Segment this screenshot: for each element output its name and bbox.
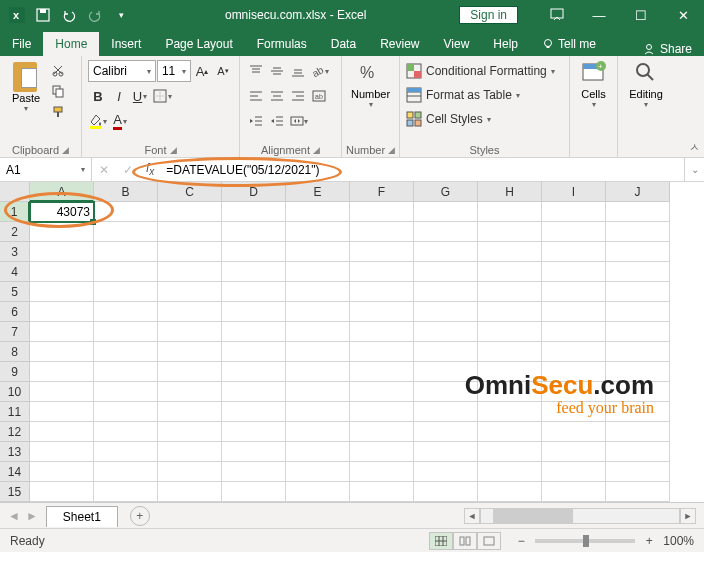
row-header[interactable]: 9	[0, 362, 30, 382]
cut-button[interactable]	[48, 60, 68, 80]
cell[interactable]	[350, 202, 414, 222]
tab-formulas[interactable]: Formulas	[245, 32, 319, 56]
cell[interactable]	[222, 442, 286, 462]
ribbon-options-icon[interactable]	[536, 0, 578, 30]
view-page-break-button[interactable]	[477, 532, 501, 550]
cell[interactable]	[158, 482, 222, 502]
enter-formula-button[interactable]: ✓	[116, 163, 140, 177]
select-all-corner[interactable]	[0, 182, 30, 202]
align-center-button[interactable]	[267, 85, 287, 107]
share-button[interactable]: Share	[642, 42, 704, 56]
cell[interactable]	[158, 422, 222, 442]
conditional-formatting-button[interactable]: Conditional Formatting▾	[406, 60, 563, 82]
cell[interactable]	[542, 422, 606, 442]
cell[interactable]	[478, 262, 542, 282]
row-header[interactable]: 12	[0, 422, 30, 442]
cell[interactable]	[94, 482, 158, 502]
cell[interactable]	[222, 402, 286, 422]
cell[interactable]	[414, 442, 478, 462]
zoom-out-button[interactable]: −	[513, 534, 529, 548]
cell[interactable]	[30, 462, 94, 482]
sign-in-button[interactable]: Sign in	[459, 6, 518, 24]
collapse-ribbon-button[interactable]: ㅅ	[689, 140, 700, 155]
cell[interactable]	[478, 462, 542, 482]
insert-function-button[interactable]: fx	[140, 161, 160, 177]
cell[interactable]	[542, 442, 606, 462]
cell[interactable]	[94, 222, 158, 242]
cell[interactable]	[94, 422, 158, 442]
font-name-select[interactable]: Calibri▾	[88, 60, 156, 82]
cell[interactable]	[222, 422, 286, 442]
cell[interactable]	[606, 262, 670, 282]
cell[interactable]	[222, 322, 286, 342]
tab-file[interactable]: File	[0, 32, 43, 56]
cell[interactable]	[478, 282, 542, 302]
column-header[interactable]: F	[350, 182, 414, 202]
cell[interactable]	[94, 302, 158, 322]
row-header[interactable]: 3	[0, 242, 30, 262]
cell[interactable]	[158, 382, 222, 402]
cell[interactable]	[606, 342, 670, 362]
cell[interactable]	[414, 322, 478, 342]
row-header[interactable]: 2	[0, 222, 30, 242]
cell[interactable]	[542, 222, 606, 242]
row-header[interactable]: 4	[0, 262, 30, 282]
cell-styles-button[interactable]: Cell Styles▾	[406, 108, 563, 130]
cell[interactable]	[350, 242, 414, 262]
cell[interactable]	[222, 242, 286, 262]
cell[interactable]	[542, 482, 606, 502]
cell[interactable]	[414, 222, 478, 242]
cell[interactable]	[350, 262, 414, 282]
row-header[interactable]: 8	[0, 342, 30, 362]
cell[interactable]	[414, 242, 478, 262]
undo-button[interactable]	[58, 4, 80, 26]
cell[interactable]	[222, 222, 286, 242]
cell[interactable]	[606, 222, 670, 242]
cell[interactable]	[158, 402, 222, 422]
column-header[interactable]: D	[222, 182, 286, 202]
cell[interactable]	[158, 302, 222, 322]
cell[interactable]	[30, 342, 94, 362]
sheet-nav-prev-button[interactable]: ◄	[8, 509, 20, 523]
row-header[interactable]: 5	[0, 282, 30, 302]
cell[interactable]	[222, 462, 286, 482]
cell[interactable]	[158, 442, 222, 462]
cell[interactable]	[286, 342, 350, 362]
cell[interactable]	[30, 222, 94, 242]
borders-button[interactable]: ▾	[151, 85, 174, 107]
cell[interactable]	[158, 362, 222, 382]
cell[interactable]	[606, 302, 670, 322]
merge-button[interactable]: ▾	[288, 110, 310, 132]
cell[interactable]	[286, 242, 350, 262]
minimize-button[interactable]: —	[578, 0, 620, 30]
cells-button[interactable]: + Cells ▾	[576, 60, 611, 142]
name-box[interactable]: A1 ▾	[0, 158, 92, 181]
cell[interactable]	[222, 262, 286, 282]
cell[interactable]	[350, 402, 414, 422]
cell[interactable]	[94, 402, 158, 422]
cell[interactable]	[94, 282, 158, 302]
cell[interactable]	[30, 282, 94, 302]
cell[interactable]	[478, 322, 542, 342]
cell[interactable]	[158, 282, 222, 302]
hscroll-thumb[interactable]	[493, 509, 573, 523]
font-size-select[interactable]: 11▾	[157, 60, 191, 82]
cell[interactable]	[350, 342, 414, 362]
cell[interactable]	[94, 202, 158, 222]
copy-button[interactable]	[48, 81, 68, 101]
zoom-slider[interactable]	[535, 539, 635, 543]
tab-help[interactable]: Help	[481, 32, 530, 56]
align-top-button[interactable]	[246, 60, 266, 82]
cell[interactable]	[542, 262, 606, 282]
row-header[interactable]: 14	[0, 462, 30, 482]
cell[interactable]	[286, 302, 350, 322]
align-bottom-button[interactable]	[288, 60, 308, 82]
expand-formula-bar-button[interactable]: ⌄	[684, 158, 704, 181]
increase-indent-button[interactable]	[267, 110, 287, 132]
column-header[interactable]: H	[478, 182, 542, 202]
column-header[interactable]: C	[158, 182, 222, 202]
column-header[interactable]: A	[30, 182, 94, 202]
cell[interactable]	[414, 422, 478, 442]
tab-page-layout[interactable]: Page Layout	[153, 32, 244, 56]
cell[interactable]	[350, 362, 414, 382]
